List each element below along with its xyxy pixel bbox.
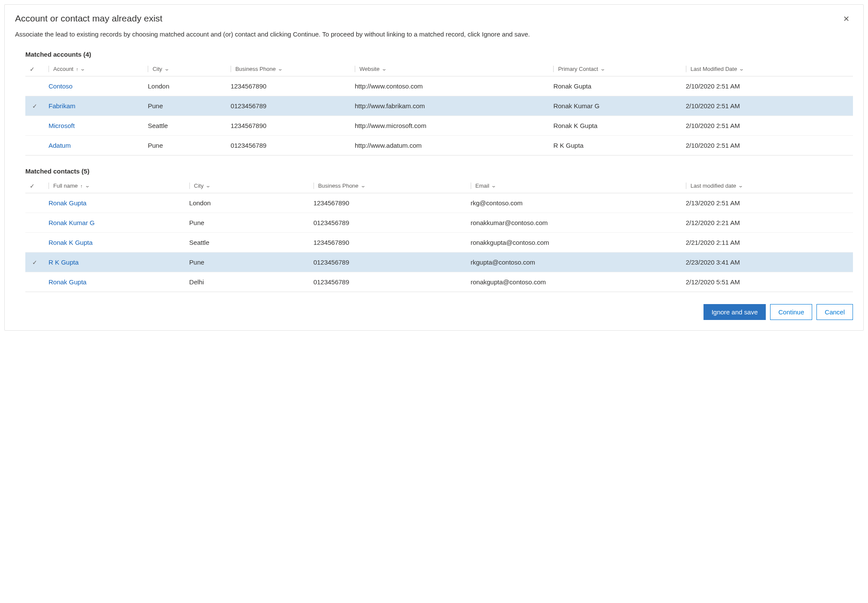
contact-link[interactable]: Ronak Kumar G [49,219,95,226]
row-selector[interactable] [25,116,44,135]
chevron-down-icon: ⌄ [739,66,744,72]
cell-last-modified: 2/12/2020 5:51 AM [682,272,853,292]
sort-ascending-icon: ↑ [80,183,83,189]
cell-last-modified: 2/10/2020 2:51 AM [682,135,853,155]
column-label: Primary Contact [558,66,598,72]
sort-ascending-icon: ↑ [76,67,79,72]
account-link[interactable]: Adatum [49,142,71,149]
table-row[interactable]: Ronak K GuptaSeattle1234567890ronakkgupt… [25,232,853,252]
row-selector[interactable] [25,272,44,292]
table-row[interactable]: MicrosoftSeattle1234567890http://www.mic… [25,116,853,135]
cell-city: Seattle [143,116,226,135]
matched-accounts-section: Matched accounts (4) ✓ Account ↑ ⌄ [15,51,853,155]
continue-button[interactable]: Continue [770,304,812,320]
cell-phone: 1234567890 [309,193,466,213]
column-label: Business Phone [318,183,359,189]
chevron-down-icon: ⌄ [205,183,211,189]
cell-phone: 0123456789 [309,272,466,292]
dialog-title: Account or contact may already exist [15,13,162,24]
cell-phone: 1234567890 [309,232,466,252]
dialog-header: Account or contact may already exist ✕ [15,13,853,30]
select-all-contacts-header[interactable]: ✓ [25,179,44,193]
chevron-down-icon: ⌄ [738,183,743,189]
cell-city: Pune [185,213,309,232]
column-label: Website [359,66,380,72]
column-header-city[interactable]: City ⌄ [185,179,309,193]
cell-email: ronakkumar@contoso.com [466,213,682,232]
table-row[interactable]: Ronak Kumar GPune0123456789ronakkumar@co… [25,213,853,232]
chevron-down-icon: ⌄ [381,66,387,72]
chevron-down-icon: ⌄ [80,66,86,72]
table-row[interactable]: Ronak GuptaLondon1234567890rkg@contoso.c… [25,193,853,213]
cell-email: rkg@contoso.com [466,193,682,213]
cell-city: Seattle [185,232,309,252]
column-header-account[interactable]: Account ↑ ⌄ [44,62,143,76]
cell-city: London [185,193,309,213]
row-selector[interactable] [25,135,44,155]
duplicate-detection-dialog: Account or contact may already exist ✕ A… [4,4,864,331]
table-row[interactable]: ✓FabrikamPune0123456789http://www.fabrik… [25,96,853,116]
accounts-grid: ✓ Account ↑ ⌄ City ⌄ [25,62,853,155]
close-icon: ✕ [843,15,850,23]
cell-primary-contact: Ronak K Gupta [549,116,681,135]
check-icon: ✓ [30,66,35,73]
table-row[interactable]: Ronak GuptaDelhi0123456789ronakgupta@con… [25,272,853,292]
cell-primary-contact: Ronak Gupta [549,76,681,96]
column-header-phone[interactable]: Business Phone ⌄ [226,62,350,76]
matched-accounts-title: Matched accounts (4) [25,51,853,58]
contact-link[interactable]: Ronak K Gupta [49,239,93,246]
cell-primary-contact: R K Gupta [549,135,681,155]
accounts-header-row: ✓ Account ↑ ⌄ City ⌄ [25,62,853,76]
contact-link[interactable]: Ronak Gupta [49,278,86,286]
chevron-down-icon: ⌄ [85,183,90,189]
column-header-last-modified[interactable]: Last modified date ⌄ [682,179,853,193]
column-header-website[interactable]: Website ⌄ [350,62,549,76]
cell-last-modified: 2/13/2020 2:51 AM [682,193,853,213]
column-label: City [194,183,204,189]
check-icon: ✓ [32,103,37,110]
table-row[interactable]: AdatumPune0123456789http://www.adatum.co… [25,135,853,155]
column-label: City [152,66,162,72]
cell-email: rkgupta@contoso.com [466,252,682,272]
column-label: Business Phone [235,66,276,72]
cell-website: http://www.adatum.com [350,135,549,155]
column-header-phone[interactable]: Business Phone ⌄ [309,179,466,193]
ignore-and-save-button[interactable]: Ignore and save [704,304,766,320]
row-selector[interactable] [25,232,44,252]
cell-last-modified: 2/21/2020 2:11 AM [682,232,853,252]
row-selector[interactable] [25,213,44,232]
row-selector[interactable] [25,76,44,96]
table-row[interactable]: ✓R K GuptaPune0123456789rkgupta@contoso.… [25,252,853,272]
cell-phone: 0123456789 [309,213,466,232]
cell-city: London [143,76,226,96]
table-row[interactable]: ContosoLondon1234567890http://www.contos… [25,76,853,96]
cell-website: http://www.microsoft.com [350,116,549,135]
column-header-fullname[interactable]: Full name ↑ ⌄ [44,179,185,193]
account-link[interactable]: Contoso [49,82,73,90]
cell-city: Pune [143,96,226,116]
cell-primary-contact: Ronak Kumar G [549,96,681,116]
column-label: Last Modified Date [691,66,737,72]
contact-link[interactable]: Ronak Gupta [49,199,86,207]
column-label: Email [475,183,490,189]
column-label: Account [53,66,73,72]
close-button[interactable]: ✕ [840,13,853,24]
row-selector[interactable]: ✓ [25,252,44,272]
account-link[interactable]: Fabrikam [49,102,76,110]
cell-phone: 1234567890 [226,116,350,135]
dialog-footer: Ignore and save Continue Cancel [15,304,853,320]
contact-link[interactable]: R K Gupta [49,259,79,266]
contacts-header-row: ✓ Full name ↑ ⌄ City ⌄ [25,179,853,193]
chevron-down-icon: ⌄ [491,183,496,189]
account-link[interactable]: Microsoft [49,122,75,129]
chevron-down-icon: ⌄ [600,66,606,72]
select-all-accounts-header[interactable]: ✓ [25,62,44,76]
column-header-city[interactable]: City ⌄ [143,62,226,76]
column-header-last-modified[interactable]: Last Modified Date ⌄ [682,62,853,76]
column-header-email[interactable]: Email ⌄ [466,179,682,193]
row-selector[interactable]: ✓ [25,96,44,116]
column-label: Last modified date [691,183,736,189]
row-selector[interactable] [25,193,44,213]
column-header-primary-contact[interactable]: Primary Contact ⌄ [549,62,681,76]
cancel-button[interactable]: Cancel [816,304,853,320]
